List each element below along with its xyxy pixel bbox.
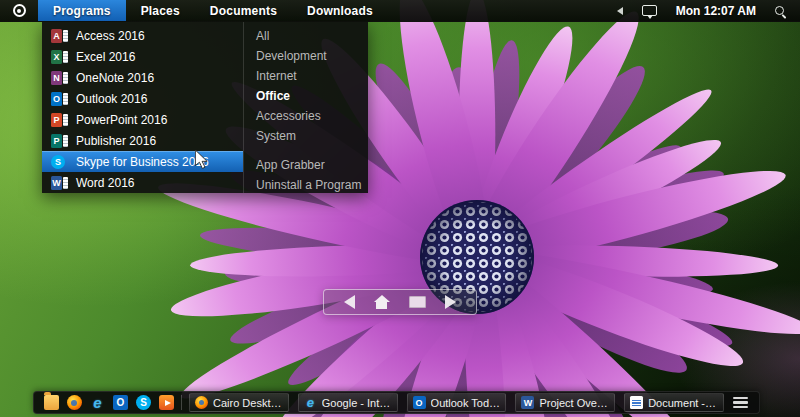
outlook-icon[interactable]: O (113, 395, 128, 410)
apps-column: A Access 2016 X Excel 2016 N OneNote 201… (42, 22, 243, 193)
menu-item-skype-for-business[interactable]: S Skype for Business 2016 (42, 151, 243, 172)
outlook-icon: O (413, 396, 426, 409)
clock[interactable]: Mon 12:07 AM (676, 4, 756, 18)
menu-item-access[interactable]: A Access 2016 (42, 25, 243, 46)
action-app-grabber[interactable]: App Grabber (244, 155, 368, 175)
internet-explorer-icon[interactable]: e (90, 395, 105, 410)
top-menu-bar: Programs Places Documents Downloads Mon … (0, 0, 800, 22)
display-icon[interactable] (642, 5, 657, 16)
media-player-icon[interactable] (159, 395, 174, 410)
menu-item-label: Skype for Business 2016 (76, 155, 209, 169)
home-icon[interactable] (374, 295, 390, 309)
publisher-icon: P (51, 134, 68, 148)
category-office[interactable]: Office (244, 86, 368, 106)
task-button-cairo-desktop[interactable]: Cairo Desktop... (189, 393, 289, 412)
cairo-logo-icon[interactable] (0, 0, 38, 21)
menu-item-label: Outlook 2016 (76, 92, 147, 106)
desktop-nav-overlay (323, 289, 477, 315)
task-button-document[interactable]: Document - W... (624, 393, 724, 412)
menu-item-outlook[interactable]: O Outlook 2016 (42, 88, 243, 109)
taskbar-separator (181, 395, 182, 410)
task-title: Cairo Desktop... (213, 397, 283, 409)
menu-documents[interactable]: Documents (195, 0, 292, 21)
menu-item-excel[interactable]: X Excel 2016 (42, 46, 243, 67)
outlook-icon: O (51, 92, 68, 106)
task-title: Project Overvie... (539, 397, 609, 409)
search-icon[interactable] (775, 6, 784, 15)
category-internet[interactable]: Internet (244, 66, 368, 86)
task-title: Google - Intern... (322, 397, 392, 409)
task-title: Outlook Today... (431, 397, 501, 409)
task-button-outlook-today[interactable]: O Outlook Today... (407, 393, 507, 412)
task-title: Document - W... (648, 397, 718, 409)
menu-item-publisher[interactable]: P Publisher 2016 (42, 130, 243, 151)
skype-icon: S (51, 155, 68, 169)
skype-icon[interactable]: S (136, 395, 151, 410)
task-button-project-overview[interactable]: W Project Overvie... (515, 393, 615, 412)
menu-item-label: Publisher 2016 (76, 134, 156, 148)
menu-places[interactable]: Places (126, 0, 195, 21)
powerpoint-icon: P (51, 113, 68, 127)
forward-icon[interactable] (445, 295, 456, 309)
quick-launch: e O S (44, 395, 174, 410)
taskbar: e O S Cairo Desktop... e Google - Intern… (33, 391, 760, 414)
wordpad-icon (630, 396, 643, 409)
excel-icon: X (51, 50, 68, 64)
category-development[interactable]: Development (244, 46, 368, 66)
onenote-icon: N (51, 71, 68, 85)
menu-item-label: PowerPoint 2016 (76, 113, 167, 127)
category-accessories[interactable]: Accessories (244, 106, 368, 126)
menu-item-onenote[interactable]: N OneNote 2016 (42, 67, 243, 88)
firefox-icon[interactable] (67, 395, 82, 410)
menu-item-label: OneNote 2016 (76, 71, 154, 85)
menu-item-label: Access 2016 (76, 29, 145, 43)
category-system[interactable]: System (244, 126, 368, 146)
action-uninstall-program[interactable]: Uninstall a Program (244, 175, 368, 195)
menu-item-powerpoint[interactable]: P PowerPoint 2016 (42, 109, 243, 130)
menubar-right-cluster: Mon 12:07 AM (617, 0, 800, 21)
hamburger-icon[interactable] (733, 397, 748, 408)
menu-item-label: Excel 2016 (76, 50, 135, 64)
word-icon: W (51, 176, 68, 190)
mouse-cursor (195, 150, 209, 174)
word-icon: W (521, 396, 534, 409)
task-button-google[interactable]: e Google - Intern... (298, 393, 398, 412)
firefox-icon (195, 396, 208, 409)
chevron-left-icon[interactable] (617, 7, 623, 15)
menu-item-label: Word 2016 (76, 176, 134, 190)
menu-programs[interactable]: Programs (38, 0, 126, 21)
folder-icon[interactable] (409, 296, 426, 308)
back-icon[interactable] (344, 295, 355, 309)
categories-column: All Development Internet Office Accessor… (243, 22, 368, 193)
menu-downloads[interactable]: Downloads (292, 0, 388, 21)
menu-item-word[interactable]: W Word 2016 (42, 172, 243, 193)
access-icon: A (51, 29, 68, 43)
category-all[interactable]: All (244, 26, 368, 46)
file-explorer-icon[interactable] (44, 395, 59, 410)
internet-explorer-icon: e (304, 396, 317, 409)
